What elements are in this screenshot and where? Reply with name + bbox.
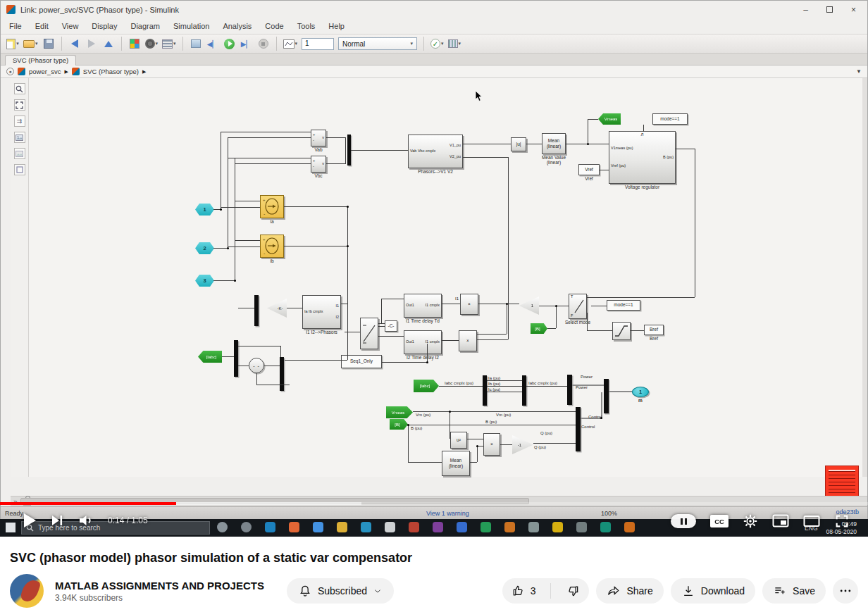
step-back-icon: ◀▏ xyxy=(206,36,219,51)
zoom-icon xyxy=(14,83,25,94)
taskbar-app-icon xyxy=(265,522,275,532)
pill-divider xyxy=(550,583,551,599)
menu-tools: Tools xyxy=(297,22,316,30)
image-icon xyxy=(14,148,25,159)
video-info-section: SVC (phasor model) phasor simulation of … xyxy=(0,551,868,608)
menu-diagram: Diagram xyxy=(130,22,160,30)
menu-view: View xyxy=(62,22,79,30)
taskbar-app-icon xyxy=(217,522,228,532)
bell-icon xyxy=(298,584,312,598)
breadcrumb-separator-icon: ▶ xyxy=(142,69,146,75)
taskbar-app-icon xyxy=(624,522,635,532)
channel-avatar[interactable] xyxy=(10,574,44,608)
progress-played xyxy=(0,502,176,505)
breadcrumb: ● power_svc ▶ SVC (Phasor type) ▶ ▼ xyxy=(1,65,867,78)
next-button[interactable] xyxy=(50,513,64,527)
stop-icon xyxy=(257,36,270,51)
sim-mode-dropdown: Normal▾ xyxy=(338,37,417,50)
simulink-titlebar: Link: power_svc/SVC (Phasor type) - Simu… xyxy=(1,1,867,18)
time-display: 0:14 / 1:05 xyxy=(108,516,148,525)
navigate-up-icon xyxy=(102,36,115,51)
breadcrumb-item-root: power_svc xyxy=(29,68,61,75)
menu-simulation: Simulation xyxy=(173,22,209,30)
simulink-model-icon xyxy=(18,68,25,75)
simulink-window: Link: power_svc/SVC (Phasor type) - Simu… xyxy=(0,0,868,519)
taskbar-app-icon xyxy=(528,522,539,532)
arrows-icon: ⇉ xyxy=(14,115,25,127)
menu-edit: Edit xyxy=(35,22,49,30)
taskbar-app-icon xyxy=(504,522,515,532)
status-ready: Ready xyxy=(5,510,23,517)
step-forward-icon: ▶▏ xyxy=(240,36,253,51)
play-button[interactable] xyxy=(24,513,36,527)
miniplayer-button[interactable] xyxy=(772,514,789,528)
sim-stop-time-field: 1 xyxy=(302,38,334,50)
like-dislike-pill: 3 xyxy=(502,578,590,604)
minimize-icon: – xyxy=(803,5,808,15)
build-icon: ▾ xyxy=(448,36,461,51)
model-canvas xyxy=(29,78,862,477)
breadcrumb-item-subsystem: SVC (Phasor type) xyxy=(83,68,139,75)
menu-display: Display xyxy=(92,22,117,30)
status-zoom: 100% xyxy=(601,510,617,517)
menu-code: Code xyxy=(265,22,283,30)
window-title: Link: power_svc/SVC (Phasor type) - Simu… xyxy=(20,6,179,14)
update-diagram-icon xyxy=(190,36,202,51)
taskbar-app-icon xyxy=(576,522,587,532)
taskbar-app-icon xyxy=(361,522,371,532)
video-title: SVC (phasor model) phasor simulation of … xyxy=(10,551,858,566)
subscribed-label: Subscribed xyxy=(318,585,367,597)
like-count: 3 xyxy=(531,585,536,597)
taskbar-app-icon xyxy=(337,522,347,532)
breadcrumb-home-icon: ● xyxy=(6,68,14,75)
chevron-down-icon xyxy=(373,586,383,596)
taskbar-app-icon xyxy=(313,522,323,532)
dislike-button[interactable] xyxy=(557,578,589,604)
taskbar-app-icon xyxy=(600,522,611,532)
share-icon xyxy=(607,584,621,598)
model-tab: SVC (Phasor type) xyxy=(5,55,76,65)
more-actions-button[interactable] xyxy=(833,578,858,604)
status-warning-link: View 1 warning xyxy=(426,510,469,517)
menu-file: File xyxy=(9,22,22,30)
autoplay-toggle[interactable] xyxy=(671,514,696,528)
share-label: Share xyxy=(626,585,652,597)
subtitles-button[interactable]: CC xyxy=(710,515,728,527)
video-surface[interactable]: Link: power_svc/SVC (Phasor type) - Simu… xyxy=(0,0,868,537)
taskbar-app-icon xyxy=(457,522,467,532)
annotation-box-icon xyxy=(14,164,25,175)
screenshot-icon xyxy=(14,132,25,143)
navigate-forward-icon xyxy=(85,36,98,51)
like-button[interactable]: 3 xyxy=(502,578,545,604)
breadcrumb-expand-icon: ▼ xyxy=(856,68,862,75)
settings-gear-icon[interactable] xyxy=(743,513,758,529)
restore-icon xyxy=(826,6,833,13)
theater-mode-button[interactable] xyxy=(803,514,820,528)
menu-analysis: Analysis xyxy=(223,22,252,30)
subscribed-button[interactable]: Subscribed xyxy=(287,578,394,604)
share-button[interactable]: Share xyxy=(596,578,663,604)
vertical-scrollbar xyxy=(862,78,867,477)
model-tabbar: SVC (Phasor type) xyxy=(1,54,867,65)
channel-name[interactable]: MATLAB ASSIGNMENTS AND PROJECTS xyxy=(55,580,264,592)
windows-start-icon xyxy=(6,523,16,532)
menu-help: Help xyxy=(328,22,345,30)
configuration-gear-icon: ▾ xyxy=(145,36,159,51)
menubar: File Edit View Display Diagram Simulatio… xyxy=(1,18,867,34)
video-progress-bar[interactable] xyxy=(0,502,868,505)
thumb-down-icon xyxy=(566,584,580,598)
subscriber-count: 3.94K subscribers xyxy=(55,593,264,603)
playlist-add-icon xyxy=(773,584,787,598)
thumb-up-icon xyxy=(512,584,526,598)
taskbar-app-icon xyxy=(552,522,563,532)
navigate-back-icon xyxy=(68,36,81,51)
volume-button[interactable] xyxy=(78,513,94,527)
save-button[interactable]: Save xyxy=(762,578,826,604)
new-model-icon: ▾ xyxy=(6,36,19,51)
taskbar-app-icon xyxy=(480,522,491,532)
download-icon xyxy=(681,584,695,598)
simulink-app-icon xyxy=(6,5,16,14)
fullscreen-button[interactable] xyxy=(834,513,850,529)
close-icon: × xyxy=(851,5,856,15)
download-button[interactable]: Download xyxy=(671,578,755,604)
